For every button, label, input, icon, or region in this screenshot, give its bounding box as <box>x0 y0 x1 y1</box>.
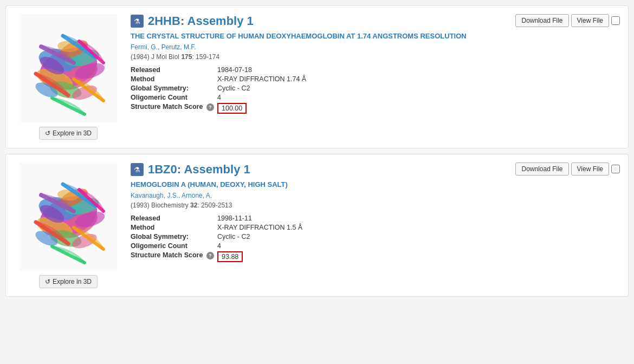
download-button-2hhb[interactable]: Download File <box>515 14 568 27</box>
released-label-1bz0: Released <box>131 214 217 222</box>
view-button-1bz0[interactable]: View File <box>571 162 609 176</box>
title-row-2hhb: ⚗ 2HHB: Assembly 1 <box>131 14 254 28</box>
help-icon-2hhb[interactable]: ? <box>206 103 214 111</box>
card-header-2hhb: ⚗ 2HHB: Assembly 1 Download File View Fi… <box>131 14 620 28</box>
explore-3d-button-1bz0[interactable]: ↺ Explore in 3D <box>39 275 98 288</box>
explore-3d-button-2hhb[interactable]: ↺ Explore in 3D <box>39 127 98 140</box>
oligomeric-label-1bz0: Oligomeric Count <box>131 242 217 250</box>
card-content-2hhb: ⚗ 2HHB: Assembly 1 Download File View Fi… <box>131 14 620 114</box>
select-checkbox-1bz0[interactable] <box>611 165 620 173</box>
explore-label-2hhb: Explore in 3D <box>53 129 92 137</box>
rotate-icon-2hhb: ↺ <box>45 129 50 137</box>
metadata-grid-1bz0: Released 1998-11-11 Method X-RAY DIFFRAC… <box>131 214 620 262</box>
metadata-grid-2hhb: Released 1984-07-18 Method X-RAY DIFFRAC… <box>131 66 620 114</box>
entry-title-2hhb: 2HHB: Assembly 1 <box>148 14 254 28</box>
authors-2hhb: Fermi, G., Perutz, M.F. <box>131 43 620 51</box>
citation-1bz0: (1993) Biochemistry 32: 2509-2513 <box>131 202 620 209</box>
symmetry-label-1bz0: Global Symmetry: <box>131 233 217 240</box>
card-2hhb: ↺ Explore in 3D ⚗ 2HHB: Assembly 1 Downl… <box>5 5 629 148</box>
structure-description-1bz0: HEMOGLOBIN A (HUMAN, DEOXY, HIGH SALT) <box>131 180 620 190</box>
method-value-1bz0: X-RAY DIFFRACTION 1.5 Å <box>217 224 620 231</box>
symmetry-value-2hhb: Cyclic - C2 <box>217 84 620 92</box>
method-label-2hhb: Method <box>131 75 217 83</box>
card-1bz0: ↺ Explore in 3D ⚗ 1BZ0: Assembly 1 Downl… <box>5 154 629 297</box>
score-label-2hhb: Structure Match Score ? <box>131 103 217 114</box>
flask-icon-1bz0: ⚗ <box>131 163 144 176</box>
symmetry-value-1bz0: Cyclic - C2 <box>217 233 620 240</box>
select-checkbox-2hhb[interactable] <box>611 16 620 25</box>
oligomeric-value-1bz0: 4 <box>217 242 620 250</box>
card-content-1bz0: ⚗ 1BZ0: Assembly 1 Download File View Fi… <box>131 162 620 262</box>
method-label-1bz0: Method <box>131 224 217 231</box>
released-value-1bz0: 1998-11-11 <box>217 214 620 222</box>
download-button-1bz0[interactable]: Download File <box>515 162 568 176</box>
score-box-1bz0: 93.88 <box>217 251 243 262</box>
oligomeric-label-2hhb: Oligomeric Count <box>131 94 217 101</box>
score-value-wrapper-1bz0: 93.88 <box>217 251 620 262</box>
help-icon-1bz0[interactable]: ? <box>206 252 214 259</box>
released-value-2hhb: 1984-07-18 <box>217 66 620 74</box>
citation-2hhb: (1984) J Mol Biol 175: 159-174 <box>131 53 620 61</box>
main-container: ↺ Explore in 3D ⚗ 2HHB: Assembly 1 Downl… <box>0 0 634 308</box>
action-buttons-1bz0: Download File View File <box>515 162 620 176</box>
protein-image-2hhb <box>20 14 117 122</box>
oligomeric-value-2hhb: 4 <box>217 94 620 101</box>
citation-vol-2hhb: 175 <box>181 53 192 61</box>
score-box-2hhb: 100.00 <box>217 103 247 114</box>
authors-1bz0: Kavanaugh, J.S., Arnone, A. <box>131 192 620 199</box>
method-value-2hhb: X-RAY DIFFRACTION 1.74 Å <box>217 75 620 83</box>
score-label-1bz0: Structure Match Score ? <box>131 251 217 262</box>
explore-label-1bz0: Explore in 3D <box>53 278 92 285</box>
protein-image-1bz0 <box>20 162 117 271</box>
score-value-wrapper-2hhb: 100.00 <box>217 103 620 114</box>
symmetry-label-2hhb: Global Symmetry: <box>131 84 217 92</box>
action-buttons-2hhb: Download File View File <box>515 14 620 27</box>
released-label-2hhb: Released <box>131 66 217 74</box>
citation-vol-1bz0: 32 <box>190 202 197 209</box>
rotate-icon-1bz0: ↺ <box>45 278 50 285</box>
card-header-1bz0: ⚗ 1BZ0: Assembly 1 Download File View Fi… <box>131 162 620 177</box>
image-col-2hhb: ↺ Explore in 3D <box>14 14 122 140</box>
image-col-1bz0: ↺ Explore in 3D <box>14 162 122 288</box>
entry-title-1bz0: 1BZ0: Assembly 1 <box>148 162 250 177</box>
flask-icon-2hhb: ⚗ <box>131 15 144 28</box>
title-row-1bz0: ⚗ 1BZ0: Assembly 1 <box>131 162 250 177</box>
structure-description-2hhb: THE CRYSTAL STRUCTURE OF HUMAN DEOXYHAEM… <box>131 31 620 41</box>
view-button-2hhb[interactable]: View File <box>571 14 609 27</box>
